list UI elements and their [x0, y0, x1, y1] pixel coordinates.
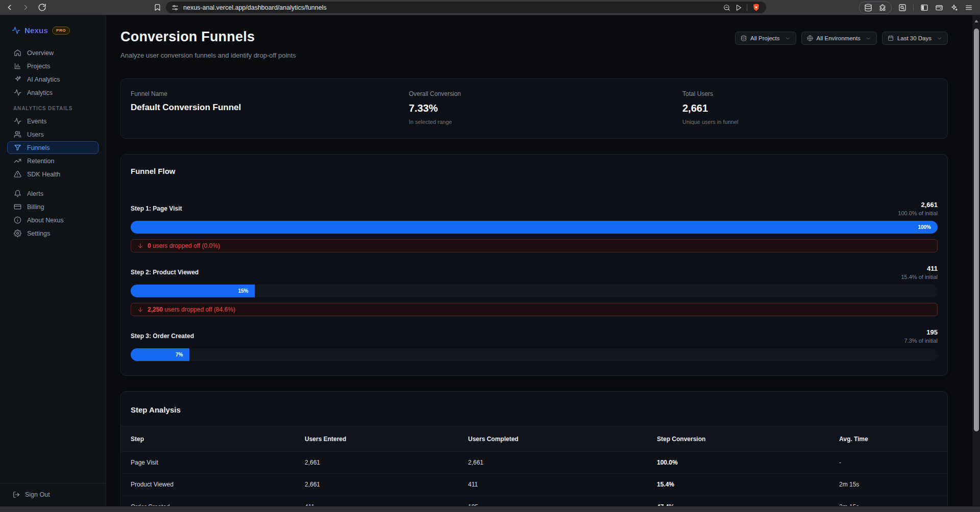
- funnel-step: Step 1: Page Visit2,661100.0% of initial…: [131, 201, 938, 252]
- funnel-step: Step 3: Order Created1957.3% of initial7…: [131, 328, 938, 361]
- search-box-icon[interactable]: [898, 4, 906, 12]
- extensions-puzzle-icon[interactable]: [878, 4, 887, 12]
- funnel-name-label: Funnel Name: [131, 90, 409, 97]
- sign-out-label: Sign Out: [25, 491, 50, 498]
- arrow-down-icon: [137, 306, 143, 313]
- sparkles-icon: [14, 75, 21, 83]
- total-users-label: Total Users: [682, 90, 938, 97]
- sidebar-item-label: Overview: [27, 49, 54, 57]
- sidebar-item-overview[interactable]: Overview: [7, 46, 99, 59]
- side-panel-icon[interactable]: [920, 4, 928, 12]
- sidebar-item-settings[interactable]: Settings: [7, 227, 99, 240]
- zoom-out-icon[interactable]: [723, 4, 730, 11]
- sidebar-section: AlertsBillingAbout NexusSettings: [0, 187, 106, 240]
- browser-nav-buttons: [5, 3, 46, 12]
- sidebar-item-analytics[interactable]: Analytics: [7, 86, 99, 99]
- overall-conversion-block: Overall Conversion 7.33% In selected ran…: [409, 90, 682, 125]
- table-cell: 2,661: [468, 459, 657, 466]
- browser-extensions-area: [859, 2, 975, 14]
- dropoff-banner: 0 users dropped off (0.0%): [131, 239, 938, 252]
- vertical-scrollbar[interactable]: [972, 15, 980, 506]
- funnel-bar-percent: 100%: [918, 224, 931, 230]
- arrow-down-icon: [137, 243, 143, 249]
- step-analysis-card: Step Analysis StepUsers EnteredUsers Com…: [120, 391, 948, 506]
- divider: [913, 4, 914, 11]
- filter-all-environments[interactable]: All Environments: [801, 32, 877, 45]
- site-settings-icon[interactable]: [172, 4, 179, 11]
- step-label: Step 1: Page Visit: [131, 205, 182, 212]
- bell-icon: [14, 190, 21, 197]
- forward-icon[interactable]: [21, 3, 30, 12]
- url-text: nexus-anal.vercel.app/dashboard/analytic…: [183, 4, 327, 11]
- scrollbar-thumb[interactable]: [974, 29, 979, 431]
- reload-icon[interactable]: [38, 3, 46, 12]
- step-user-count: 411: [927, 265, 938, 272]
- column-header-users-completed: Users Completed: [468, 436, 657, 443]
- step-of-initial: 7.3% of initial: [904, 338, 938, 344]
- scrollbar-up-arrow-icon[interactable]: [974, 20, 978, 22]
- table-cell: 2m 15s: [839, 503, 938, 506]
- sidebar-item-label: Settings: [27, 230, 50, 237]
- calendar-icon: [888, 35, 894, 41]
- activity-icon: [14, 117, 21, 125]
- table-cell: 2,661: [305, 481, 468, 488]
- wallet-icon[interactable]: [935, 4, 943, 12]
- sidebar-item-label: Alerts: [27, 190, 43, 197]
- brand-name: Nexus: [24, 26, 48, 35]
- sidebar-item-projects[interactable]: Projects: [7, 60, 99, 72]
- leo-ai-sparkle-icon[interactable]: [950, 4, 958, 12]
- alert-triangle-icon: [14, 170, 21, 178]
- bookmark-icon[interactable]: [154, 4, 161, 11]
- main-content: Conversion Funnels Analyze user conversi…: [106, 15, 980, 506]
- window-bottom-edge: [0, 506, 980, 512]
- back-icon[interactable]: [5, 3, 14, 12]
- sign-out-button[interactable]: Sign Out: [0, 483, 106, 506]
- step-user-count: 2,661: [921, 201, 938, 209]
- bar-chart-icon: [14, 62, 21, 70]
- sidebar-item-billing[interactable]: Billing: [7, 200, 99, 213]
- funnel-bar-fill: 100%: [131, 221, 938, 234]
- funnel-bar-fill: 15%: [131, 285, 255, 297]
- sidebar-item-users[interactable]: Users: [7, 128, 99, 141]
- dropoff-banner: 2,250 users dropped off (84.6%): [131, 303, 938, 316]
- sidebar-item-sdk-health[interactable]: SDK Health: [7, 168, 99, 181]
- funnel-flow-title: Funnel Flow: [131, 167, 938, 175]
- total-users-sub: Unique users in funnel: [682, 119, 938, 125]
- sidebar-item-alerts[interactable]: Alerts: [7, 187, 99, 200]
- filter-last-30-days[interactable]: Last 30 Days: [882, 32, 948, 45]
- sidebar-item-label: About Nexus: [27, 217, 64, 224]
- chevron-down-icon: [937, 36, 942, 41]
- sidebar-item-funnels[interactable]: Funnels: [7, 141, 99, 154]
- overall-conversion-label: Overall Conversion: [409, 90, 682, 97]
- sidebar-nav: OverviewProjectsAI AnalyticsAnalyticsANA…: [0, 46, 106, 240]
- credit-card-icon: [14, 203, 21, 211]
- table-cell: Product Viewed: [131, 481, 305, 488]
- table-cell: 15.4%: [657, 481, 839, 488]
- sidebar-item-ai-analytics[interactable]: AI Analytics: [7, 73, 99, 86]
- total-users-block: Total Users 2,661 Unique users in funnel: [682, 90, 938, 125]
- sidebar-item-about-nexus[interactable]: About Nexus: [7, 214, 99, 226]
- sidebar-item-events[interactable]: Events: [7, 115, 99, 127]
- extension-database-icon[interactable]: [864, 4, 872, 12]
- filter-label: All Projects: [750, 35, 780, 41]
- page-subtitle: Analyze user conversion funnels and iden…: [120, 52, 296, 59]
- funnel-summary-card: Funnel Name Default Conversion Funnel Ov…: [120, 79, 948, 139]
- filter-all-projects[interactable]: All Projects: [735, 32, 796, 45]
- step-label: Step 2: Product Viewed: [131, 269, 199, 276]
- brave-shield-icon[interactable]: [752, 3, 761, 12]
- database-icon: [741, 35, 747, 41]
- table-cell: Order Created: [131, 503, 305, 506]
- url-bar[interactable]: nexus-anal.vercel.app/dashboard/analytic…: [166, 2, 766, 13]
- funnel-name-block: Funnel Name Default Conversion Funnel: [131, 90, 409, 125]
- sidebar-section: ANALYTICS DETAILSEventsUsersFunnelsReten…: [0, 106, 106, 181]
- funnel-bar-percent: 7%: [176, 352, 183, 357]
- sidebar-item-retention[interactable]: Retention: [7, 155, 99, 167]
- sidebar-item-label: Funnels: [27, 144, 50, 151]
- dropoff-text: 2,250 users dropped off (84.6%): [148, 306, 235, 313]
- menu-icon[interactable]: [965, 4, 973, 12]
- brand[interactable]: Nexus PRO: [0, 15, 106, 46]
- share-icon[interactable]: [735, 4, 742, 11]
- table-row: Order Created41119547.4%2m 15s: [121, 496, 947, 506]
- step-user-count: 195: [926, 328, 938, 336]
- table-cell: 2m 15s: [839, 481, 938, 488]
